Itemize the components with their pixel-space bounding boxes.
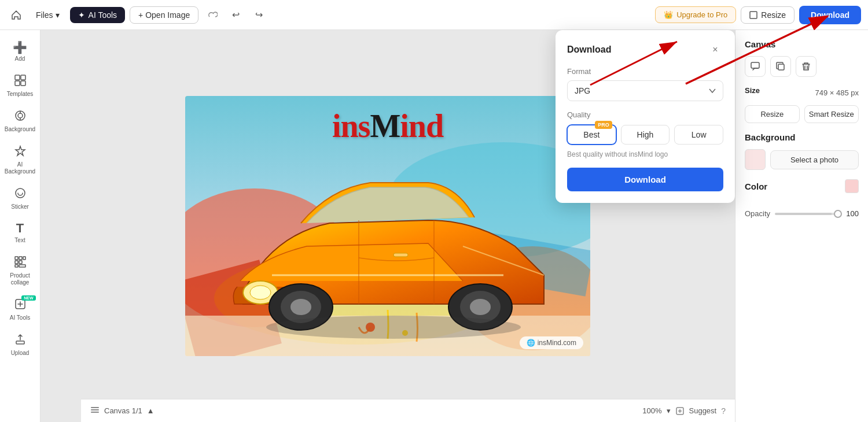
sidebar-item-sticker-label: Sticker [11,203,29,210]
color-row: Color [745,179,859,193]
opacity-slider[interactable] [775,213,838,215]
sidebar-item-text-label: Text [14,237,25,244]
redo-button[interactable]: ↪ [249,6,268,24]
canvas-info-text: Canvas 1/1 [104,406,142,415]
bottom-bar: Canvas 1/1 ▲ 100% ▾ Suggest ? [81,399,735,422]
download-top-button[interactable]: Download [799,6,861,24]
color-panel-title: Color [745,182,767,191]
zoom-info: 100% ▾ Suggest ? [642,406,726,416]
files-label: Files [36,10,53,20]
canvas-duplicate-button[interactable] [770,56,791,77]
home-button[interactable] [7,6,25,24]
sidebar-item-text[interactable]: T Text [2,217,38,249]
sidebar-item-product-collage-label: Product collage [6,272,35,286]
svg-rect-11 [19,257,22,260]
chevron-down-icon: ▾ [56,10,60,20]
canvas-image: insMind 🌐 insMind.com [185,96,590,356]
upgrade-button[interactable]: 👑 Upgrade to Pro [655,6,736,23]
svg-rect-3 [15,81,20,86]
sidebar-item-ai-background-label: AI Background [5,161,35,175]
svg-rect-16 [19,265,25,267]
zoom-value[interactable]: 100% [642,406,661,415]
sidebar-item-background[interactable]: Background [2,105,38,138]
color-swatch[interactable] [845,179,859,193]
quality-high-button[interactable]: High [621,125,670,145]
quality-best-label: Best [583,130,599,139]
quality-label: Quality [567,110,723,119]
svg-point-28 [250,286,271,299]
product-collage-icon [14,256,27,270]
size-section: Size 749 × 485 px Resize Smart Resize [745,86,859,123]
ai-tools-button[interactable]: ✦ AI Tools [70,7,126,23]
quality-low-button[interactable]: Low [674,125,723,145]
svg-rect-13 [15,261,18,264]
sidebar-item-sticker[interactable]: Sticker [2,182,38,215]
svg-rect-15 [15,265,18,267]
undo-button[interactable]: ↩ [226,6,245,24]
resize-canvas-button[interactable]: Resize [745,105,800,123]
svg-point-34 [470,299,491,315]
background-section: Background Select a photo [745,132,859,170]
main-layout: ➕ Add Templates Background AI Background [0,30,868,422]
sidebar-item-ai-tools[interactable]: NEW AI Tools [2,293,38,326]
sidebar-item-templates[interactable]: Templates [2,69,38,102]
resize-button[interactable]: Resize [741,6,795,24]
open-image-button[interactable]: + Open Image [130,6,198,24]
svg-rect-18 [16,341,24,344]
resize-label: Resize [761,10,786,20]
upload-icon [14,333,27,347]
background-preview[interactable] [745,149,766,170]
watermark-text: insMind.com [538,339,576,347]
quality-high-label: High [637,130,654,139]
zoom-dropdown-icon[interactable]: ▾ [667,406,671,415]
quality-options: Pro Best High Low [567,125,723,145]
files-button[interactable]: Files ▾ [30,7,65,23]
templates-icon [14,74,27,88]
smart-resize-button[interactable]: Smart Resize [804,105,859,123]
size-value: 749 × 485 px [815,88,859,97]
suggest-text[interactable]: Suggest [689,406,717,415]
opacity-label: Opacity [745,209,770,218]
cloud-button[interactable] [203,6,222,24]
sidebar-item-upload-label: Upload [11,350,30,357]
sidebar-item-ai-background[interactable]: AI Background [2,140,38,180]
canvas-chevron-icon[interactable]: ▲ [147,406,155,415]
size-row: Size 749 × 485 px [745,86,859,99]
topbar: Files ▾ ✦ AI Tools + Open Image ↩ ↪ 👑 Up… [0,0,868,30]
sidebar-item-ai-tools-label: AI Tools [10,314,30,321]
canvas-comment-button[interactable] [745,56,766,77]
svg-rect-12 [23,257,25,260]
sidebar-item-add[interactable]: ➕ Add [2,37,38,67]
svg-point-31 [290,299,311,315]
svg-rect-1 [15,75,20,80]
canvas-brand-title: insMind [332,108,443,145]
canvas-delete-button[interactable] [796,56,816,77]
topbar-left: Files ▾ ✦ AI Tools + Open Image ↩ ↪ [7,6,650,24]
svg-point-6 [18,113,23,118]
svg-rect-45 [751,62,759,68]
watermark-icon: 🌐 [527,339,535,347]
download-modal-button[interactable]: Download [567,168,723,191]
layers-icon [90,406,100,416]
opacity-thumb[interactable] [834,210,842,218]
help-icon[interactable]: ? [721,406,726,416]
canvas-info: Canvas 1/1 ▲ [90,406,155,416]
quality-best-button[interactable]: Pro Best [567,125,616,145]
format-select[interactable]: JPG PNG WebP [567,80,723,101]
svg-rect-0 [750,12,757,18]
sidebar-item-upload[interactable]: Upload [2,328,38,361]
modal-header: Download × [567,42,723,58]
sidebar: ➕ Add Templates Background AI Background [0,30,41,422]
select-photo-button[interactable]: Select a photo [770,150,859,169]
size-buttons: Resize Smart Resize [745,105,859,123]
svg-rect-10 [15,257,18,260]
open-image-label: + Open Image [138,10,190,20]
sidebar-item-product-collage[interactable]: Product collage [2,251,38,291]
ai-tools-icon: ✦ [78,10,85,20]
sidebar-item-add-label: Add [15,55,25,62]
sticker-icon [14,187,27,201]
modal-close-button[interactable]: × [707,42,723,58]
crown-icon: 👑 [664,10,673,19]
canvas-actions [745,56,859,77]
svg-point-37 [266,316,521,339]
